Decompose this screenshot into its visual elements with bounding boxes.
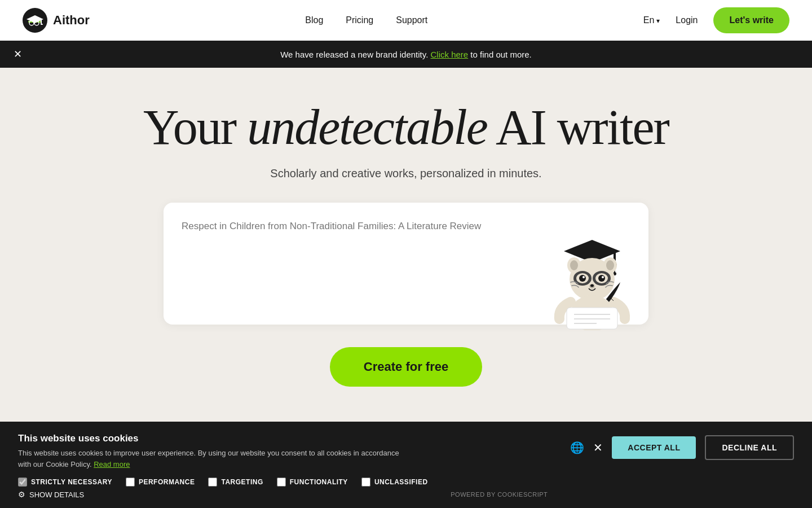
svg-point-24 — [582, 276, 585, 278]
cookie-title: This website uses cookies — [18, 433, 548, 444]
show-details-button[interactable]: ⚙ SHOW DETAILS — [18, 490, 84, 499]
announcement-close-button[interactable]: ✕ — [14, 48, 22, 60]
cookie-check-performance[interactable]: PERFORMANCE — [126, 478, 195, 487]
cookie-checkboxes: STRICTLY NECESSARY PERFORMANCE TARGETING… — [18, 478, 548, 487]
login-button[interactable]: Login — [676, 15, 698, 25]
cookie-check-targeting[interactable]: TARGETING — [208, 478, 263, 487]
cookie-check-unclassified[interactable]: UNCLASSIFIED — [361, 478, 428, 487]
unclassified-checkbox[interactable] — [361, 478, 370, 487]
raccoon-illustration — [547, 240, 637, 330]
show-details-label: SHOW DETAILS — [29, 491, 84, 499]
language-selector[interactable]: En ▾ — [643, 15, 660, 25]
cookie-close-button[interactable]: ✕ — [593, 441, 603, 454]
svg-point-23 — [598, 275, 605, 282]
svg-rect-2 — [41, 19, 42, 24]
cookie-main-content: This website uses cookies This website u… — [18, 433, 794, 499]
nav-right: En ▾ Login Let's write — [643, 7, 789, 33]
cookie-description: This website uses cookies to improve use… — [18, 448, 413, 470]
svg-point-17 — [606, 260, 614, 270]
hero-title-before: Your — [143, 100, 247, 155]
svg-point-27 — [590, 284, 594, 287]
functionality-label: FUNCTIONALITY — [290, 478, 348, 486]
hero-title-after: AI writer — [487, 100, 669, 155]
performance-checkbox[interactable] — [126, 478, 135, 487]
settings-icon: ⚙ — [18, 490, 25, 499]
cookie-right: 🌐 ✕ ACCEPT ALL DECLINE ALL — [548, 433, 794, 460]
nav-blog[interactable]: Blog — [305, 15, 323, 25]
navbar: Aithor Blog Pricing Support En ▾ Login L… — [0, 0, 812, 41]
cookie-check-strictly[interactable]: STRICTLY NECESSARY — [18, 478, 112, 487]
performance-label: PERFORMANCE — [139, 478, 195, 486]
logo[interactable]: Aithor — [23, 8, 90, 33]
strictly-necessary-checkbox[interactable] — [18, 478, 27, 487]
announcement-text-before: We have released a new brand identity. — [280, 50, 428, 59]
create-for-free-button[interactable]: Create for free — [330, 347, 482, 387]
cookie-banner: This website uses cookies This website u… — [0, 422, 812, 508]
accept-all-button[interactable]: ACCEPT ALL — [612, 436, 696, 459]
unclassified-label: UNCLASSIFIED — [374, 478, 428, 486]
cookie-read-more[interactable]: Read more — [94, 460, 130, 468]
raccoon-svg — [547, 234, 637, 330]
logo-svg — [25, 11, 45, 30]
functionality-checkbox[interactable] — [277, 478, 286, 487]
lang-label: En — [643, 15, 655, 25]
hero-subtitle: Scholarly and creative works, personaliz… — [270, 167, 541, 180]
targeting-checkbox[interactable] — [208, 478, 217, 487]
announcement-bar: ✕ We have released a new brand identity.… — [0, 41, 812, 68]
svg-point-16 — [570, 260, 578, 270]
svg-rect-3 — [41, 24, 43, 25]
announcement-text-after: to find out more. — [470, 50, 531, 59]
logo-text: Aithor — [53, 13, 90, 28]
topic-input-card — [164, 203, 648, 325]
powered-by-label: POWERED BY COOKIESCRIPT — [451, 491, 548, 498]
targeting-label: TARGETING — [221, 478, 263, 486]
logo-icon — [23, 8, 47, 33]
hero-title-italic: undetectable — [247, 100, 487, 155]
svg-line-7 — [29, 21, 30, 22]
cookie-left: This website uses cookies This website u… — [18, 433, 548, 499]
lets-write-button[interactable]: Let's write — [713, 7, 789, 33]
svg-point-22 — [579, 275, 586, 282]
nav-links: Blog Pricing Support — [305, 15, 427, 25]
hero-title: Your undetectable AI writer — [143, 102, 669, 154]
nav-support[interactable]: Support — [396, 15, 427, 25]
decline-all-button[interactable]: DECLINE ALL — [705, 435, 794, 460]
cookie-check-functionality[interactable]: FUNCTIONALITY — [277, 478, 348, 487]
globe-icon[interactable]: 🌐 — [570, 441, 584, 454]
nav-pricing[interactable]: Pricing — [346, 15, 373, 25]
main-content: Your undetectable AI writer Scholarly an… — [0, 68, 812, 387]
strictly-necessary-label: STRICTLY NECESSARY — [31, 478, 112, 486]
svg-point-25 — [602, 276, 604, 278]
chevron-down-icon: ▾ — [656, 17, 660, 25]
cookie-desc-text: This website uses cookies to improve use… — [18, 449, 399, 468]
cookie-bottom-row: ⚙ SHOW DETAILS POWERED BY COOKIESCRIPT — [18, 490, 548, 499]
announcement-link[interactable]: Click here — [431, 50, 469, 59]
